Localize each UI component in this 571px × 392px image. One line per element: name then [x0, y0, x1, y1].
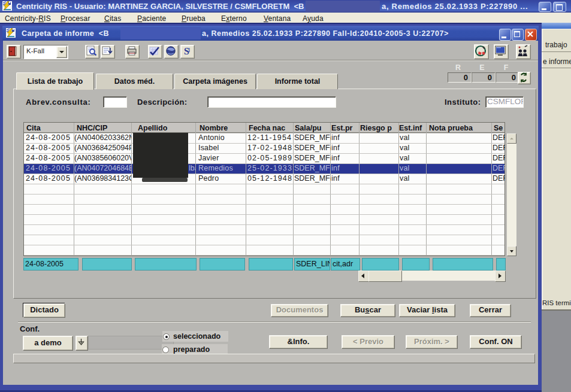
svg-text:S: S	[184, 46, 189, 56]
